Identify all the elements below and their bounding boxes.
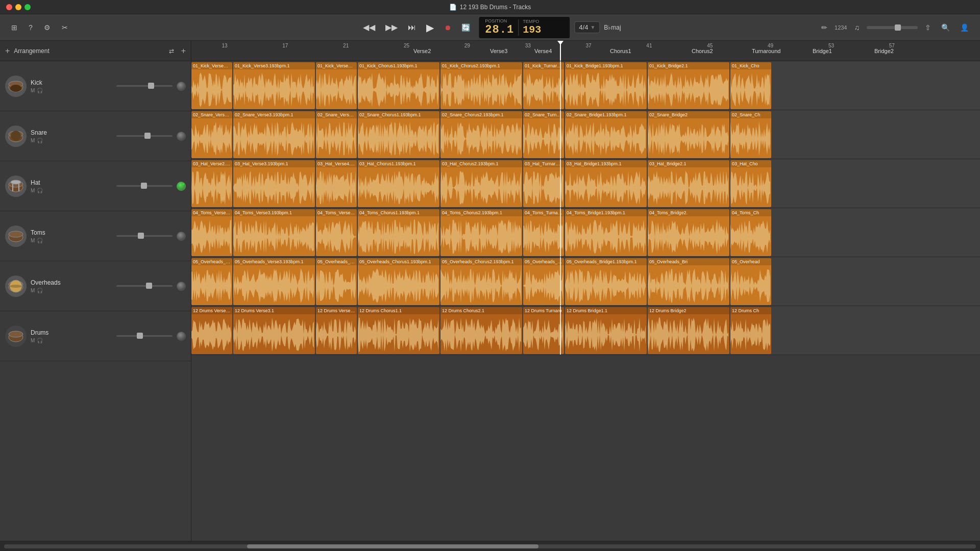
time-signature[interactable]: 4/4 ▼ (574, 21, 600, 33)
clip-2-2[interactable]: 03_Hat_Verse4.19 (316, 160, 357, 207)
solo-icon-overheads[interactable]: 🎧 (37, 288, 43, 293)
volume-slider[interactable] (867, 26, 918, 29)
clip-0-3[interactable]: 01_Kick_Chorus1.193bpm.1 (358, 62, 439, 109)
cycle-button[interactable]: 🔄 (457, 21, 474, 34)
help-button[interactable]: ? (26, 21, 36, 34)
mute-icon-drums[interactable]: M (31, 338, 35, 343)
collapse-button[interactable]: ⇄ (166, 45, 177, 57)
track-fader-overheads[interactable] (116, 285, 173, 287)
clip-4-4[interactable]: 05_Overheads_Chorus2.193bpm.1 (440, 258, 522, 305)
scissors-button[interactable]: ✂ (59, 21, 71, 34)
fader-track-drums[interactable] (116, 335, 173, 337)
solo-icon-toms[interactable]: 🎧 (37, 238, 43, 243)
scrollbar-thumb[interactable] (247, 544, 538, 548)
account-button[interactable]: 👤 (957, 21, 972, 34)
clip-4-8[interactable]: 05_Overhead (730, 258, 771, 305)
clip-3-7[interactable]: 04_Toms_Bridge2. (648, 209, 729, 256)
fader-track-toms[interactable] (116, 235, 173, 237)
clip-4-7[interactable]: 05_Overheads_Bri (648, 258, 729, 305)
clip-2-4[interactable]: 03_Hat_Chorus2.193bpm.1 (440, 160, 522, 207)
new-button[interactable]: ⊞ (8, 21, 20, 34)
fader-thumb-overheads[interactable] (146, 283, 152, 289)
clip-0-1[interactable]: 01_Kick_Verse3.193bpm.1 (233, 62, 315, 109)
clip-0-7[interactable]: 01_Kick_Bridge2.1 (648, 62, 729, 109)
clip-3-6[interactable]: 04_Toms_Bridge1.193bpm.1 (565, 209, 647, 256)
clip-3-3[interactable]: 04_Toms_Chorus1.193bpm.1 (358, 209, 439, 256)
mute-icon-hat[interactable]: M (31, 188, 35, 193)
clip-1-2[interactable]: 02_Snare_Verse4. (316, 111, 357, 158)
fader-track-overheads[interactable] (116, 285, 173, 287)
clip-4-6[interactable]: 05_Overheads_Bridge1.193bpm.1 (565, 258, 647, 305)
clip-2-8[interactable]: 03_Hat_Cho (730, 160, 771, 207)
fader-track-hat[interactable] (116, 185, 173, 187)
clip-4-0[interactable]: 05_Overheads_Ve (191, 258, 232, 305)
fast-forward-button[interactable]: ▶▶ (381, 20, 402, 34)
clip-1-6[interactable]: 02_Snare_Bridge1.193bpm.1 (565, 111, 647, 158)
close-button[interactable] (6, 4, 12, 10)
clip-5-5[interactable]: 12 Drums Turnaro (523, 307, 564, 354)
clip-3-0[interactable]: 04_Toms_Verse2.1 (191, 209, 232, 256)
clip-5-3[interactable]: 12 Drums Chorus1.1 (358, 307, 439, 354)
clip-1-5[interactable]: 02_Snare_Turnaro (523, 111, 564, 158)
clip-0-0[interactable]: 01_Kick_Verse2.19 (191, 62, 232, 109)
clip-4-5[interactable]: 05_Overheads_Tur (523, 258, 564, 305)
clip-1-4[interactable]: 02_Snare_Chorus2.193bpm.1 (440, 111, 522, 158)
share-button[interactable]: ⇧ (922, 21, 934, 34)
clip-0-8[interactable]: 01_Kick_Cho (730, 62, 771, 109)
clip-0-2[interactable]: 01_Kick_Verse4.19 (316, 62, 357, 109)
horizontal-scrollbar[interactable] (0, 541, 980, 551)
go-start-button[interactable]: ⏭ (404, 21, 420, 34)
clip-1-7[interactable]: 02_Snare_Bridge2 (648, 111, 729, 158)
clip-5-4[interactable]: 12 Drums Chorus2.1 (440, 307, 522, 354)
clip-2-6[interactable]: 03_Hat_Bridge1.193bpm.1 (565, 160, 647, 207)
fader-track-snare[interactable] (116, 135, 173, 137)
clip-3-4[interactable]: 04_Toms_Chorus2.193bpm.1 (440, 209, 522, 256)
minimize-button[interactable] (15, 4, 21, 10)
track-pan-knob-kick[interactable] (177, 82, 186, 91)
tune-button[interactable]: ♫ (851, 21, 863, 34)
clip-2-3[interactable]: 03_Hat_Chorus1.193bpm.1 (358, 160, 439, 207)
track-fader-toms[interactable] (116, 235, 173, 237)
mute-icon-toms[interactable]: M (31, 238, 35, 243)
search-button[interactable]: 🔍 (938, 21, 953, 34)
add-track-button[interactable]: + (5, 46, 10, 56)
track-fader-kick[interactable] (116, 85, 173, 87)
track-fader-drums[interactable] (116, 335, 173, 337)
fader-thumb-hat[interactable] (141, 183, 147, 189)
maximize-button[interactable] (24, 4, 31, 10)
clip-2-1[interactable]: 03_Hat_Verse3.193bpm.1 (233, 160, 315, 207)
clip-2-0[interactable]: 03_Hat_Verse2.19 (191, 160, 232, 207)
solo-icon-hat[interactable]: 🎧 (37, 188, 43, 193)
clip-5-8[interactable]: 12 Drums Ch (730, 307, 771, 354)
clip-5-7[interactable]: 12 Drums Bridge2 (648, 307, 729, 354)
clip-2-7[interactable]: 03_Hat_Bridge2.1 (648, 160, 729, 207)
fader-track-kick[interactable] (116, 85, 173, 87)
track-pan-knob-toms[interactable] (177, 232, 186, 241)
clip-3-2[interactable]: 04_Toms_Verse4.1 (316, 209, 357, 256)
clip-3-1[interactable]: 04_Toms_Verse3.193bpm.1 (233, 209, 315, 256)
clip-5-0[interactable]: 12 Drums Verse2.1 (191, 307, 232, 354)
mute-icon-overheads[interactable]: M (31, 288, 35, 293)
fader-thumb-kick[interactable] (148, 83, 154, 89)
track-pan-knob-drums[interactable] (177, 332, 186, 341)
fader-thumb-toms[interactable] (138, 233, 144, 239)
clip-2-5[interactable]: 03_Hat_Turnaround (523, 160, 564, 207)
clip-4-1[interactable]: 05_Overheads_Verse3.193bpm.1 (233, 258, 315, 305)
clip-5-6[interactable]: 12 Drums Bridge1.1 (565, 307, 647, 354)
track-fader-hat[interactable] (116, 185, 173, 187)
clip-0-6[interactable]: 01_Kick_Bridge1.193bpm.1 (565, 62, 647, 109)
clip-1-8[interactable]: 02_Snare_Ch (730, 111, 771, 158)
solo-icon-drums[interactable]: 🎧 (37, 338, 43, 343)
record-button[interactable]: ⏺ (440, 21, 455, 34)
solo-icon-kick[interactable]: 🎧 (37, 88, 43, 93)
clip-0-5[interactable]: 01_Kick_Turnaround (523, 62, 564, 109)
clip-0-4[interactable]: 01_Kick_Chorus2.193bpm.1 (440, 62, 522, 109)
solo-icon-snare[interactable]: 🎧 (37, 138, 43, 143)
clip-1-0[interactable]: 02_Snare_Verse2. (191, 111, 232, 158)
clip-4-3[interactable]: 05_Overheads_Chorus1.193bpm.1 (358, 258, 439, 305)
track-pan-knob-snare[interactable] (177, 132, 186, 141)
clip-4-2[interactable]: 05_Overheads_Ver (316, 258, 357, 305)
add-section-button[interactable]: + (181, 46, 186, 56)
track-pan-knob-hat[interactable] (177, 182, 186, 191)
pencil-tool[interactable]: ✏ (818, 21, 830, 34)
